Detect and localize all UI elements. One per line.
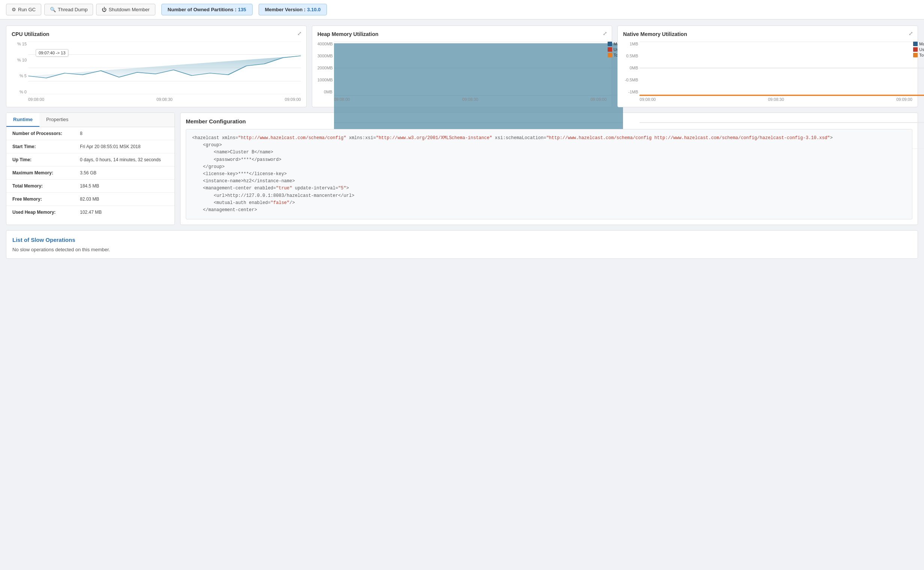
xml-line: <management-center enabled="true" update…	[192, 185, 906, 192]
svg-rect-10	[334, 43, 623, 142]
heap-chart-title: Heap Memory Utilization	[318, 31, 607, 37]
cpu-chart-area: % 15 % 10 % 5 % 0 09:07:40 -> 13	[12, 41, 301, 102]
runtime-key: Used Heap Memory:	[12, 210, 80, 215]
xml-line: <name>Cluster B</name>	[192, 149, 906, 156]
native-x-axis: 09:08:00 09:08:30 09:09:00	[640, 94, 912, 102]
runtime-card: Runtime Properties Number of Processors:…	[6, 112, 175, 225]
charts-row: CPU Utilization ⤢ % 15 % 10 % 5 % 0 09:0…	[6, 26, 918, 107]
tab-properties[interactable]: Properties	[39, 113, 75, 127]
heap-expand-icon[interactable]: ⤢	[603, 31, 607, 36]
member-version-badge: Member Version : 3.10.0	[258, 4, 327, 15]
bottom-row: Runtime Properties Number of Processors:…	[6, 112, 918, 225]
heap-y-axis: 4000MB 3000MB 2000MB 1000MB 0MB	[318, 41, 332, 94]
heap-legend-total-color	[607, 53, 612, 57]
native-legend-total-label: Total	[919, 53, 924, 57]
config-content[interactable]: <hazelcast xmlns="http://www.hazelcast.c…	[186, 129, 912, 219]
config-card: Member Configuration <hazelcast xmlns="h…	[180, 112, 918, 225]
slow-ops-title: List of Slow Operations	[12, 237, 912, 243]
native-legend-used-color	[913, 47, 918, 52]
partitions-value: 135	[238, 7, 246, 12]
runtime-value: 3.56 GB	[80, 170, 97, 176]
main-content: CPU Utilization ⤢ % 15 % 10 % 5 % 0 09:0…	[0, 20, 924, 265]
run-gc-button[interactable]: ⚙ Run GC	[6, 4, 41, 15]
runtime-row: Total Memory: 184.5 MB	[6, 179, 175, 193]
xml-line: </management-center>	[192, 207, 906, 214]
xml-line: <license-key>****</license-key>	[192, 171, 906, 178]
native-chart-title: Native Memory Utilization	[623, 31, 912, 37]
xml-line: <group>	[192, 142, 906, 149]
runtime-value: 8	[80, 131, 83, 136]
cpu-svg	[28, 41, 301, 94]
runtime-row: Number of Processors: 8	[6, 127, 175, 140]
native-expand-icon[interactable]: ⤢	[909, 31, 913, 36]
shutdown-member-button[interactable]: ⏻ Shutdown Member	[96, 4, 155, 15]
cpu-chart-title: CPU Utilization	[12, 31, 301, 37]
xml-line: <hazelcast xmlns="http://www.hazelcast.c…	[192, 135, 906, 142]
xml-line: <mutual-auth enabled="false"/>	[192, 199, 906, 207]
runtime-key: Free Memory:	[12, 196, 80, 202]
runtime-row: Free Memory: 82.03 MB	[6, 193, 175, 206]
runtime-row: Used Heap Memory: 102.47 MB	[6, 206, 175, 219]
native-chart-card: Native Memory Utilization ⤢ 1MB 0.5MB 0M…	[617, 26, 918, 107]
cpu-chart-card: CPU Utilization ⤢ % 15 % 10 % 5 % 0 09:0…	[6, 26, 307, 107]
heap-legend-used-color	[607, 47, 612, 52]
runtime-value: 184.5 MB	[80, 183, 99, 188]
runtime-row: Maximum Memory: 3.56 GB	[6, 167, 175, 179]
member-version-value: 3.10.0	[307, 7, 320, 12]
toolbar: ⚙ Run GC 🔍 Thread Dump ⏻ Shutdown Member…	[0, 0, 924, 20]
runtime-value: 82.03 MB	[80, 196, 99, 202]
cpu-expand-icon[interactable]: ⤢	[297, 31, 302, 36]
runtime-value: 0 days, 0 hours, 14 minutes, 32 seconds	[80, 157, 161, 162]
shutdown-member-label: Shutdown Member	[108, 7, 149, 12]
cpu-plot: 09:07:40 -> 13	[28, 41, 301, 94]
runtime-key: Number of Processors:	[12, 131, 80, 136]
xml-line: <url>http://127.0.0.1:8083/hazelcast-man…	[192, 192, 906, 199]
native-legend: Max Used Total	[913, 41, 924, 57]
runtime-row: Up Time: 0 days, 0 hours, 14 minutes, 32…	[6, 153, 175, 167]
runtime-value: Fri Apr 20 08:55:01 MSK 2018	[80, 144, 140, 149]
heap-legend-max-color	[607, 41, 612, 46]
search-icon: 🔍	[50, 7, 56, 12]
native-legend-max-label: Max	[919, 41, 924, 46]
partitions-label: Number of Owned Partitions :	[168, 7, 237, 12]
tab-bar: Runtime Properties	[6, 113, 175, 127]
xml-line: </group>	[192, 164, 906, 171]
cpu-x-axis: 09:08:00 09:08:30 09:09:00	[28, 94, 301, 102]
cpu-y-axis: % 15 % 10 % 5 % 0	[12, 41, 27, 94]
native-legend-used-label: Used	[919, 47, 924, 52]
native-chart-area: 1MB 0.5MB 0MB -0.5MB -1MB	[623, 41, 912, 102]
runtime-row: Start Time: Fri Apr 20 08:55:01 MSK 2018	[6, 140, 175, 153]
heap-x-axis: 09:08:00 09:08:30 09:09:00	[334, 94, 607, 102]
partitions-badge: Number of Owned Partitions : 135	[161, 4, 252, 15]
native-y-axis: 1MB 0.5MB 0MB -0.5MB -1MB	[623, 41, 638, 94]
heap-chart-area: 4000MB 3000MB 2000MB 1000MB 0MB	[318, 41, 607, 102]
runtime-key: Maximum Memory:	[12, 170, 80, 176]
member-version-label: Member Version :	[265, 7, 306, 12]
runtime-key: Start Time:	[12, 144, 80, 149]
runtime-value: 102.47 MB	[80, 210, 102, 215]
xml-line: <password>****</password>	[192, 156, 906, 164]
native-legend-total-color	[913, 53, 918, 57]
xml-line: <instance-name>hz2</instance-name>	[192, 178, 906, 185]
gear-icon: ⚙	[12, 7, 16, 12]
run-gc-label: Run GC	[18, 7, 35, 12]
slow-ops-message: No slow operations detected on this memb…	[12, 247, 912, 252]
tab-runtime[interactable]: Runtime	[6, 113, 39, 127]
runtime-table: Number of Processors: 8 Start Time: Fri …	[6, 127, 175, 219]
slow-ops-card: List of Slow Operations No slow operatio…	[6, 230, 918, 259]
heap-chart-card: Heap Memory Utilization ⤢ 4000MB 3000MB …	[312, 26, 612, 107]
runtime-key: Up Time:	[12, 157, 80, 162]
runtime-key: Total Memory:	[12, 183, 80, 188]
cpu-tooltip: 09:07:40 -> 13	[35, 49, 68, 57]
thread-dump-button[interactable]: 🔍 Thread Dump	[44, 4, 93, 15]
power-icon: ⏻	[102, 7, 107, 12]
native-legend-max-color	[913, 41, 918, 46]
thread-dump-label: Thread Dump	[58, 7, 88, 12]
